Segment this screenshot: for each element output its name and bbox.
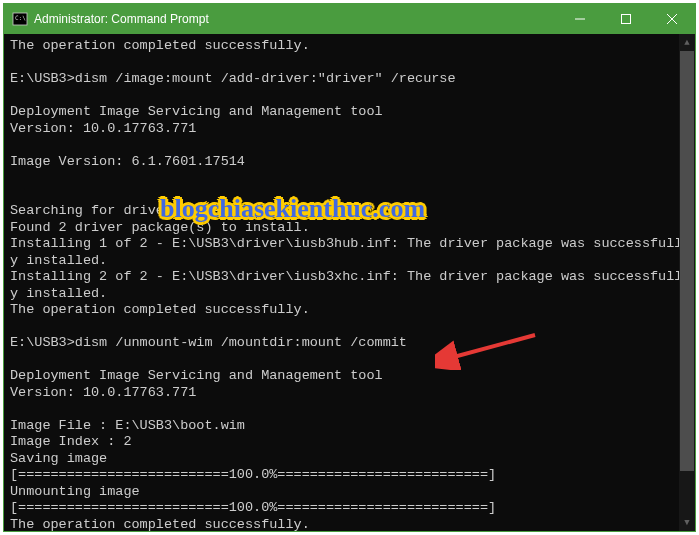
window-title: Administrator: Command Prompt — [34, 12, 557, 26]
terminal-line: [==========================100.0%=======… — [10, 500, 689, 517]
terminal-line: Version: 10.0.17763.771 — [10, 385, 689, 402]
scroll-up-arrow[interactable]: ▲ — [679, 34, 695, 51]
maximize-button[interactable] — [603, 4, 649, 34]
terminal-line: E:\USB3>dism /image:mount /add-driver:"d… — [10, 71, 689, 88]
terminal-line — [10, 170, 689, 187]
terminal-line: The operation completed successfully. — [10, 302, 689, 319]
terminal-line — [10, 401, 689, 418]
terminal-line: Installing 2 of 2 - E:\USB3\driver\iusb3… — [10, 269, 689, 302]
cmd-icon: C:\ — [12, 11, 28, 27]
terminal-output[interactable]: The operation completed successfully. E:… — [4, 34, 695, 531]
terminal-line: Unmounting image — [10, 484, 689, 501]
terminal-line: Installing 1 of 2 - E:\USB3\driver\iusb3… — [10, 236, 689, 269]
terminal-line: Image Index : 2 — [10, 434, 689, 451]
window-controls — [557, 4, 695, 34]
titlebar[interactable]: C:\ Administrator: Command Prompt — [4, 4, 695, 34]
terminal-line: Deployment Image Servicing and Managemen… — [10, 368, 689, 385]
terminal-line: Image File : E:\USB3\boot.wim — [10, 418, 689, 435]
terminal-line — [10, 352, 689, 369]
terminal-line: Deployment Image Servicing and Managemen… — [10, 104, 689, 121]
terminal-line: Found 2 driver package(s) to install. — [10, 220, 689, 237]
scrollbar-thumb[interactable] — [680, 51, 694, 471]
minimize-button[interactable] — [557, 4, 603, 34]
terminal-line: [==========================100.0%=======… — [10, 467, 689, 484]
terminal-line: Searching for driver packages to install… — [10, 203, 689, 220]
terminal-line: Saving image — [10, 451, 689, 468]
close-button[interactable] — [649, 4, 695, 34]
terminal-line: The operation completed successfully. — [10, 38, 689, 55]
terminal-line: Version: 10.0.17763.771 — [10, 121, 689, 138]
terminal-line — [10, 137, 689, 154]
command-prompt-window: C:\ Administrator: Command Prompt The op… — [3, 3, 696, 532]
scroll-down-arrow[interactable]: ▼ — [679, 514, 695, 531]
terminal-line: E:\USB3>dism /unmount-wim /mountdir:moun… — [10, 335, 689, 352]
svg-text:C:\: C:\ — [15, 14, 26, 21]
terminal-line — [10, 88, 689, 105]
terminal-line: The operation completed successfully. — [10, 517, 689, 532]
terminal-line — [10, 187, 689, 204]
terminal-line — [10, 319, 689, 336]
terminal-line — [10, 55, 689, 72]
terminal-line: Image Version: 6.1.7601.17514 — [10, 154, 689, 171]
svg-rect-3 — [622, 15, 631, 24]
vertical-scrollbar[interactable]: ▲ ▼ — [679, 34, 695, 531]
